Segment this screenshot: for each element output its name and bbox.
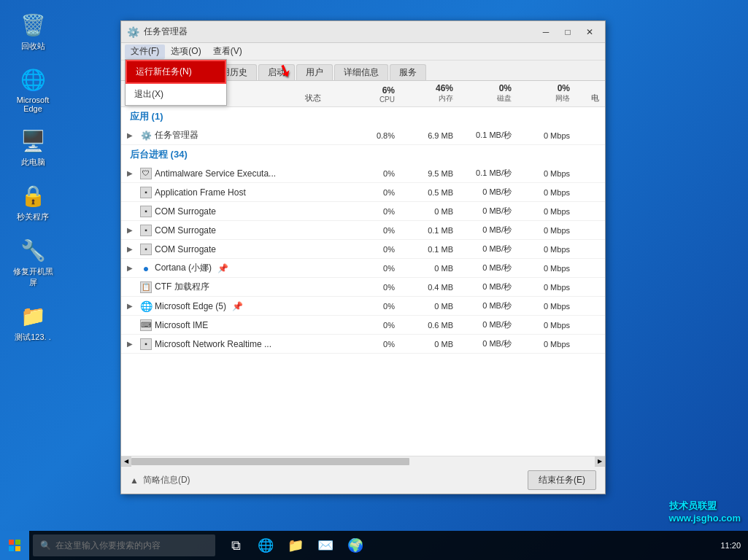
process-mem: 0.1 MB (401, 245, 459, 254)
table-row[interactable]: ▶ ● Cortana (小娜) 📌 0% 0 MB 0 MB/秒 0 Mbps (121, 259, 605, 278)
table-row[interactable]: ▶ 🌐 Microsoft Edge (5) 📌 0% 0 MB 0 MB/秒 … (121, 297, 605, 316)
table-row[interactable]: ▪ COM Surrogate 0% 0 MB 0 MB/秒 0 Mbps (121, 202, 605, 221)
process-disk: 0 MB/秒 (459, 225, 517, 236)
col-net-header[interactable]: 0% 网络 (517, 83, 576, 104)
process-net: 0 Mbps (517, 131, 576, 140)
taskbar-explorer-icon[interactable]: 📁 (282, 532, 309, 559)
expand-icon[interactable]: ▶ (127, 131, 137, 139)
horizontal-scrollbar[interactable]: ◀ ▶ (121, 456, 605, 466)
background-section-header: 后台进程 (34) (121, 145, 605, 164)
expand-icon[interactable]: ▶ (127, 245, 137, 253)
title-bar: ⚙️ 任务管理器 ➘ ─ □ ✕ (121, 21, 605, 43)
pc-icon: 🖥️ (18, 126, 47, 155)
taskbar-mail-icon[interactable]: ✉️ (312, 532, 339, 559)
desktop-icon-recycle[interactable]: 🗑️ 回收站 (7, 7, 58, 55)
desktop-icon-folder[interactable]: 📁 测试123. . (7, 298, 58, 346)
table-row[interactable]: ▶ ⚙️ 任务管理器 0.8% 6.9 MB 0.1 MB/秒 0 Mbps (121, 126, 605, 145)
disk-percent: 0% (465, 83, 512, 93)
expand-icon[interactable]: ▶ (127, 226, 137, 234)
table-row[interactable]: 📋 CTF 加载程序 0% 0.4 MB 0 MB/秒 0 Mbps (121, 278, 605, 297)
desktop-icon-tools[interactable]: 🔧 修复开机黑屏 (7, 233, 58, 291)
process-cpu: 0% (342, 169, 401, 178)
menu-options[interactable]: 选项(O) (165, 44, 207, 59)
desktop-icon-screensaver[interactable]: 🔒 秒关程序 (7, 178, 58, 225)
search-input[interactable] (55, 540, 208, 551)
process-disk: 0 MB/秒 (459, 187, 517, 198)
mem-percent: 46% (406, 83, 453, 93)
cpu-label: CPU (348, 96, 395, 104)
mem-label: 内存 (406, 93, 453, 104)
process-name: ▶ ● Cortana (小娜) 📌 (121, 262, 284, 274)
col-disk-header[interactable]: 0% 磁盘 (459, 83, 517, 104)
tab-services[interactable]: 服务 (390, 64, 426, 80)
desktop-icon-pc[interactable]: 🖥️ 此电脑 (7, 123, 58, 171)
recycle-icon: 🗑️ (18, 10, 47, 39)
bottom-info[interactable]: ▲ 简略信息(D) (130, 474, 190, 486)
process-net: 0 Mbps (517, 340, 576, 349)
info-label: 简略信息(D) (143, 474, 190, 486)
h-scroll-right[interactable]: ▶ (595, 456, 605, 467)
window-controls: ─ □ ✕ (536, 25, 599, 39)
table-row[interactable]: ▶ ▪ COM Surrogate 0% 0.1 MB 0 MB/秒 0 Mbp… (121, 240, 605, 259)
taskbar-edge-icon[interactable]: 🌐 (252, 532, 279, 559)
taskbar-time: 11:20 (720, 541, 741, 550)
taskbar-task-view[interactable]: ⧉ (223, 532, 249, 559)
taskbar-network-icon[interactable]: 🌍 (342, 532, 369, 559)
expand-icon[interactable]: ▶ (127, 340, 137, 348)
h-scroll-thumb[interactable] (131, 458, 409, 465)
process-list[interactable]: 应用 (1) ▶ ⚙️ 任务管理器 0.8% 6.9 MB 0.1 MB/秒 0… (121, 107, 605, 456)
close-button[interactable]: ✕ (580, 25, 599, 39)
table-row[interactable]: ▶ 🛡 Antimalware Service Executa... 0% 9.… (121, 164, 605, 183)
process-mem: 6.9 MB (401, 131, 459, 140)
process-net: 0 Mbps (517, 245, 576, 254)
expand-icon[interactable]: ▶ (127, 169, 137, 177)
process-name: ▶ 🛡 Antimalware Service Executa... (121, 168, 284, 179)
minimize-button[interactable]: ─ (536, 25, 555, 39)
process-icon: ▪ (140, 206, 152, 217)
process-net: 0 Mbps (517, 321, 576, 330)
screensaver-label: 秒关程序 (17, 211, 49, 222)
col-status-header[interactable]: 状态 (284, 93, 342, 104)
table-row[interactable]: ▶ ▪ COM Surrogate 0% 0.1 MB 0 MB/秒 0 Mbp… (121, 221, 605, 240)
taskbar: 🔍 ⧉ 🌐 📁 ✉️ 🌍 11:20 (0, 531, 748, 560)
menu-view[interactable]: 查看(V) (207, 44, 248, 59)
menu-file[interactable]: 文件(F) (125, 44, 165, 59)
col-mem-header[interactable]: 46% 内存 (401, 83, 459, 104)
col-extra-header: 电 (576, 93, 605, 104)
taskbar-search[interactable]: 🔍 (33, 534, 215, 556)
edge-pin-icon: 📌 (232, 301, 243, 311)
table-row[interactable]: ⌨ Microsoft IME 0% 0.6 MB 0 MB/秒 0 Mbps (121, 316, 605, 335)
start-button[interactable] (0, 531, 29, 560)
network-icon: ▪ (140, 338, 152, 350)
process-cpu: 0% (342, 340, 401, 349)
h-scroll-track[interactable] (131, 456, 595, 467)
search-icon: 🔍 (40, 540, 51, 551)
tab-details[interactable]: 详细信息 (334, 64, 388, 80)
maximize-button[interactable]: □ (558, 25, 577, 39)
process-cpu: 0% (342, 264, 401, 273)
process-net: 0 Mbps (517, 283, 576, 292)
disk-label: 磁盘 (465, 93, 512, 104)
menu-new-task[interactable]: 运行新任务(N) (126, 60, 226, 84)
process-cpu: 0% (342, 283, 401, 292)
end-task-button[interactable]: 结束任务(E) (528, 470, 596, 490)
expand-icon[interactable]: ▶ (127, 302, 137, 310)
h-scroll-left[interactable]: ◀ (121, 456, 131, 467)
process-disk: 0 MB/秒 (459, 281, 517, 292)
tab-users[interactable]: 用户 (296, 64, 333, 80)
folder-label: 测试123. . (15, 332, 51, 343)
table-row[interactable]: ▶ ▪ Microsoft Network Realtime ... 0% 0 … (121, 335, 605, 354)
process-cpu: 0.8% (342, 131, 401, 140)
process-mem: 0 MB (401, 302, 459, 311)
table-row[interactable]: ▪ Application Frame Host 0% 0.5 MB 0 MB/… (121, 183, 605, 202)
menu-exit[interactable]: 退出(X) (126, 84, 226, 105)
recycle-label: 回收站 (21, 41, 45, 52)
pc-label: 此电脑 (21, 157, 45, 168)
process-disk: 0 MB/秒 (459, 338, 517, 349)
process-net: 0 Mbps (517, 302, 576, 311)
col-cpu-header[interactable]: 6% CPU (342, 85, 401, 104)
desktop-icon-edge[interactable]: 🌐 Microsoft Edge (7, 62, 58, 116)
process-mem: 0.1 MB (401, 226, 459, 235)
taskbar-right: 11:20 (720, 541, 748, 550)
expand-icon[interactable]: ▶ (127, 264, 137, 272)
